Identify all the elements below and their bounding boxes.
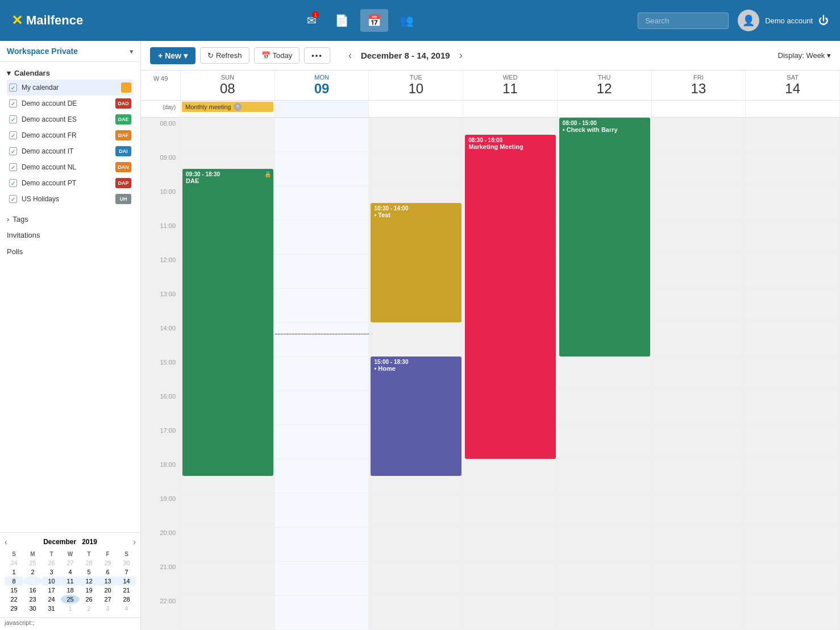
time-cell-12-6[interactable] [746, 527, 840, 561]
calendar-item-de[interactable]: ✓ Demo account DE DAD [7, 96, 134, 111]
day-num-mon[interactable]: 09 [277, 81, 367, 97]
mini-cal-day[interactable]: 31 [42, 604, 61, 613]
mini-cal-next[interactable]: › [133, 537, 136, 546]
time-cell-12-0[interactable] [181, 527, 275, 561]
time-cell-13-4[interactable] [558, 561, 652, 595]
event-1[interactable]: 10:30 - 14:00• Test [371, 203, 461, 322]
cal-checkbox-de[interactable]: ✓ [9, 100, 17, 107]
prev-week-button[interactable]: ‹ [344, 47, 356, 64]
mini-cal-day[interactable]: 26 [80, 595, 98, 604]
mini-cal-day[interactable]: 26 [42, 558, 61, 567]
cal-checkbox-my[interactable]: ✓ [9, 84, 17, 92]
mini-cal-day[interactable]: 23 [23, 595, 42, 604]
mini-cal-day[interactable]: 27 [98, 595, 117, 604]
time-cell-11-6[interactable] [746, 493, 840, 527]
calendar-item-fr[interactable]: ✓ Demo account FR DAF [7, 127, 134, 143]
calendar-item-my[interactable]: ✓ My calendar [7, 80, 134, 96]
event-0[interactable]: 🔒09:30 - 18:30DAE [182, 169, 273, 476]
time-cell-11-1[interactable] [275, 493, 369, 527]
display-mode[interactable]: Display: Week ▾ [778, 51, 831, 60]
more-button[interactable]: ••• [304, 47, 330, 64]
time-cell-11-3[interactable] [463, 493, 558, 527]
time-cell-1-1[interactable] [275, 152, 369, 186]
day-num-sun[interactable]: 08 [183, 81, 272, 97]
mini-cal-day[interactable]: 20 [98, 586, 117, 595]
time-cell-7-4[interactable] [558, 357, 652, 391]
allday-cell-sun[interactable]: Monthly meeting ? [181, 101, 275, 117]
docs-nav-button[interactable]: 📄 [328, 9, 356, 32]
search-input[interactable] [638, 13, 729, 29]
mini-cal-day[interactable]: 24 [5, 558, 23, 567]
time-cell-6-5[interactable] [652, 322, 746, 357]
mini-cal-day[interactable]: 3 [98, 604, 117, 613]
time-cell-13-2[interactable] [369, 561, 463, 595]
mini-cal-day[interactable]: 25 [61, 595, 80, 604]
time-cell-9-4[interactable] [558, 425, 652, 459]
time-cell-5-5[interactable] [652, 288, 746, 322]
mini-cal-day[interactable]: 11 [61, 577, 80, 586]
allday-cell-fri[interactable] [652, 101, 746, 117]
time-cell-10-1[interactable] [275, 459, 369, 493]
mini-cal-day[interactable]: 30 [23, 604, 42, 613]
time-cell-5-6[interactable] [746, 288, 840, 322]
allday-cell-sat[interactable] [746, 101, 840, 117]
time-cell-1-5[interactable] [652, 152, 746, 186]
mini-cal-day[interactable]: 14 [117, 577, 136, 586]
time-cell-6-6[interactable] [746, 322, 840, 357]
time-cell-6-2[interactable] [369, 322, 463, 357]
time-cell-14-1[interactable] [275, 595, 369, 629]
event-4[interactable]: 08:00 - 15:00• Check with Barry [559, 118, 650, 357]
day-num-tue[interactable]: 10 [371, 81, 460, 97]
time-cell-3-5[interactable] [652, 220, 746, 254]
refresh-button[interactable]: ↻ Refresh [200, 47, 249, 64]
time-cell-13-3[interactable] [463, 561, 558, 595]
mini-cal-day[interactable]: 7 [117, 567, 136, 577]
time-cell-5-1[interactable] [275, 288, 369, 322]
time-cell-11-0[interactable] [181, 493, 275, 527]
event-3[interactable]: 08:30 - 18:00Marketing Meeting [465, 135, 556, 459]
time-cell-12-5[interactable] [652, 527, 746, 561]
allday-cell-tue[interactable] [369, 101, 463, 117]
power-icon[interactable]: ⏻ [818, 15, 829, 27]
mini-cal-day[interactable]: 12 [80, 577, 98, 586]
cal-checkbox-es[interactable]: ✓ [9, 115, 17, 123]
time-cell-2-6[interactable] [746, 186, 840, 220]
day-num-wed[interactable]: 11 [465, 81, 555, 97]
mini-cal-day[interactable]: 22 [5, 595, 23, 604]
time-cell-12-4[interactable] [558, 527, 652, 561]
time-cell-7-5[interactable] [652, 357, 746, 391]
cal-checkbox-us[interactable]: ✓ [9, 195, 17, 203]
time-cell-13-1[interactable] [275, 561, 369, 595]
calendar-item-it[interactable]: ✓ Demo account IT DAI [7, 143, 134, 159]
mini-cal-day[interactable]: 21 [117, 586, 136, 595]
time-cell-14-4[interactable] [558, 595, 652, 629]
calendar-item-pt[interactable]: ✓ Demo account PT DAP [7, 175, 134, 191]
time-cell-11-4[interactable] [558, 493, 652, 527]
monthly-meeting-event[interactable]: Monthly meeting ? [182, 102, 273, 112]
cal-checkbox-nl[interactable]: ✓ [9, 163, 17, 171]
time-cell-0-1[interactable] [275, 118, 369, 152]
mini-cal-day[interactable]: 4 [61, 567, 80, 577]
time-cell-10-3[interactable] [463, 459, 558, 493]
time-cell-8-6[interactable] [746, 391, 840, 425]
mini-cal-day[interactable]: 1 [61, 604, 80, 613]
mini-cal-day[interactable]: 3 [42, 567, 61, 577]
time-cell-3-1[interactable] [275, 220, 369, 254]
time-cell-9-6[interactable] [746, 425, 840, 459]
today-button[interactable]: 📅 Today [254, 47, 300, 64]
mini-cal-day[interactable]: 6 [98, 567, 117, 577]
mini-cal-day[interactable]: 25 [23, 558, 42, 567]
time-cell-9-5[interactable] [652, 425, 746, 459]
mini-cal-day[interactable]: 13 [98, 577, 117, 586]
time-cell-10-6[interactable] [746, 459, 840, 493]
cal-checkbox-pt[interactable]: ✓ [9, 179, 17, 187]
time-cell-14-5[interactable] [652, 595, 746, 629]
time-cell-0-0[interactable] [181, 118, 275, 152]
invitations-link[interactable]: Invitations [0, 227, 140, 243]
mini-cal-day[interactable]: 8 [5, 577, 23, 586]
time-cell-10-4[interactable] [558, 459, 652, 493]
time-cell-13-6[interactable] [746, 561, 840, 595]
mini-cal-day[interactable]: 15 [5, 586, 23, 595]
time-cell-0-5[interactable] [652, 118, 746, 152]
time-cell-4-5[interactable] [652, 254, 746, 288]
